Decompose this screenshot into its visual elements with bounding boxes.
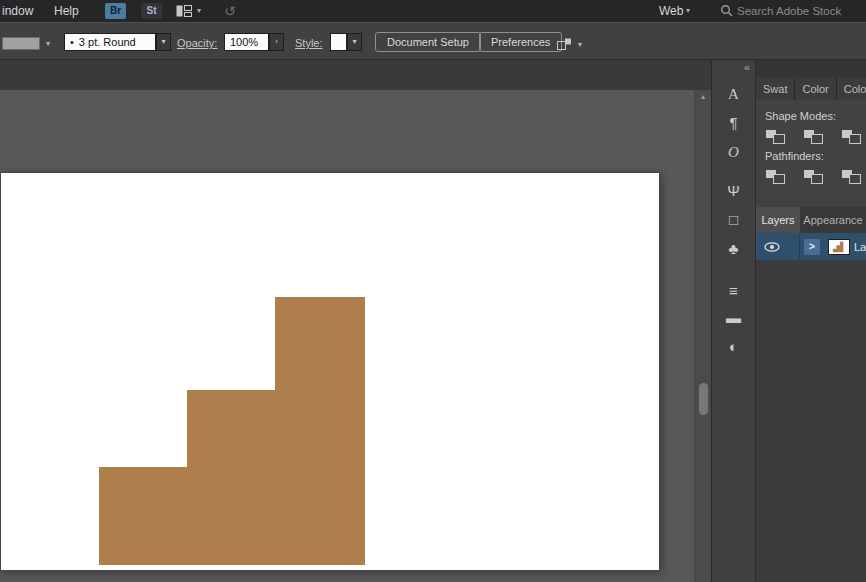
control-bar: ▾ • ▾ Opacity: › Style: ▾ Document Setup… xyxy=(0,22,866,60)
tab-layers[interactable]: Layers xyxy=(756,207,800,233)
opacity-input[interactable] xyxy=(225,36,268,48)
gradient-panel-icon[interactable]: ▬ xyxy=(712,306,755,330)
symbols-panel-icon[interactable]: ♣ xyxy=(712,237,755,261)
unite-icon[interactable] xyxy=(765,129,785,144)
menu-window[interactable]: indow xyxy=(0,0,39,22)
style-swatch[interactable] xyxy=(330,33,347,51)
menu-bar: indow Help Br St ▾ ↺ Web ▾ xyxy=(0,0,866,22)
workspace-layout-icon[interactable] xyxy=(176,5,192,17)
panel-icon-strip: « A ¶ O Ψ □ ♣ ≡ ▬ ◐ xyxy=(711,60,755,582)
sync-icon[interactable]: ↺ xyxy=(224,0,236,22)
stroke-style-input[interactable] xyxy=(74,36,155,48)
layers-panel: > La xyxy=(756,233,866,582)
chevron-down-icon[interactable]: ▾ xyxy=(686,0,690,22)
illustrator-window: indow Help Br St ▾ ↺ Web ▾ ▾ • xyxy=(0,0,866,582)
preferences-button[interactable]: Preferences xyxy=(479,32,562,52)
menu-help[interactable]: Help xyxy=(48,0,85,22)
vertical-scrollbar[interactable]: ▴ xyxy=(694,90,711,582)
shape-modes-row xyxy=(765,129,866,145)
visibility-cell[interactable] xyxy=(756,233,800,260)
artboard[interactable] xyxy=(0,172,660,571)
eye-icon[interactable] xyxy=(764,242,780,252)
search-input[interactable] xyxy=(737,0,859,22)
intersect-icon[interactable] xyxy=(841,129,861,144)
stroke-style-field[interactable]: • xyxy=(64,33,156,51)
search-icon[interactable] xyxy=(720,4,733,18)
workspace-switcher[interactable]: Web xyxy=(653,0,689,22)
transparency-panel-icon[interactable]: ◐ xyxy=(712,335,755,359)
opacity-field[interactable] xyxy=(224,33,269,51)
tab-color-guide[interactable]: Color xyxy=(837,78,866,100)
layer-expander[interactable]: > xyxy=(804,239,820,255)
canvas-area[interactable]: ▴ xyxy=(0,60,711,582)
divide-icon[interactable] xyxy=(765,169,785,184)
tab-color[interactable]: Color xyxy=(795,78,836,100)
character-panel-icon[interactable]: A xyxy=(712,82,755,106)
panel-tab-bar: Swat Color Color xyxy=(756,60,866,100)
stroke-panel-icon[interactable]: ≡ xyxy=(712,279,755,303)
scrollbar-thumb[interactable] xyxy=(699,383,708,415)
tab-swatches[interactable]: Swat xyxy=(756,78,795,100)
document-tab-bar xyxy=(0,60,711,90)
tab-appearance[interactable]: Appearance xyxy=(800,207,866,233)
chevron-down-icon[interactable]: ▾ xyxy=(578,39,582,51)
style-dropdown[interactable]: ▾ xyxy=(347,33,362,51)
collapse-panels-icon[interactable]: « xyxy=(744,61,750,73)
bridge-icon[interactable]: Br xyxy=(105,3,126,19)
paragraph-panel-icon[interactable]: ¶ xyxy=(712,111,755,135)
pathfinders-label: Pathfinders: xyxy=(765,150,866,162)
scroll-up-arrow[interactable]: ▴ xyxy=(695,90,711,104)
glyphs-panel-icon[interactable]: Ψ xyxy=(712,179,755,203)
align-options-icon[interactable] xyxy=(556,37,573,55)
stroke-style-dropdown[interactable]: ▾ xyxy=(156,33,171,51)
layer-row[interactable]: > La xyxy=(756,233,866,260)
chevron-down-icon[interactable]: ▾ xyxy=(197,0,201,22)
right-panel-dock: Swat Color Color Shape Modes: Pathfinder… xyxy=(755,60,866,582)
pathfinders-row xyxy=(765,169,866,185)
stroke-preview-dot: • xyxy=(65,36,74,48)
pathfinder-panel: Shape Modes: Pathfinders: xyxy=(756,100,866,207)
opentype-panel-icon[interactable]: O xyxy=(712,140,755,164)
trim-icon[interactable] xyxy=(803,169,823,184)
minus-front-icon[interactable] xyxy=(803,129,823,144)
layers-tab-bar: Layers Appearance xyxy=(756,207,866,233)
fill-color-swatch[interactable] xyxy=(2,37,40,50)
opacity-label[interactable]: Opacity: xyxy=(177,35,217,51)
artboards-panel-icon[interactable]: □ xyxy=(712,208,755,232)
shape-modes-label: Shape Modes: xyxy=(765,110,866,122)
stock-icon[interactable]: St xyxy=(141,3,162,19)
layer-name[interactable]: La xyxy=(854,241,866,253)
opacity-options-button[interactable]: › xyxy=(269,33,284,51)
merge-icon[interactable] xyxy=(841,169,861,184)
chevron-down-icon[interactable]: ▾ xyxy=(46,38,50,50)
style-label[interactable]: Style: xyxy=(295,35,323,51)
layer-thumbnail[interactable] xyxy=(828,239,850,255)
document-setup-button[interactable]: Document Setup xyxy=(375,32,481,52)
